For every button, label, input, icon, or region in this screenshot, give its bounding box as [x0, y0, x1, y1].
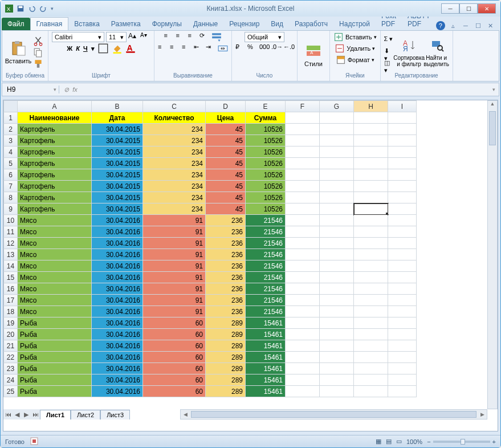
grow-font-icon[interactable]: A▴	[128, 32, 139, 42]
indent-dec-icon[interactable]: ⇤	[194, 43, 204, 54]
cell[interactable]	[354, 158, 388, 169]
cell[interactable]	[354, 352, 388, 363]
cell[interactable]	[320, 238, 354, 249]
cell[interactable]	[320, 306, 354, 317]
cell[interactable]: 30.04.2015	[92, 124, 143, 135]
cell[interactable]	[320, 158, 354, 169]
cell[interactable]	[320, 329, 354, 340]
cell[interactable]: 60	[143, 363, 206, 374]
cell[interactable]: 91	[143, 215, 206, 226]
number-format-combo[interactable]: Общий▾	[245, 32, 284, 42]
cell[interactable]	[286, 374, 320, 386]
border-icon[interactable]	[98, 43, 108, 54]
tab-Главная[interactable]: Главная	[30, 17, 69, 30]
orientation-icon[interactable]: ⟳	[199, 32, 210, 42]
doc-min-icon[interactable]: ─	[461, 21, 470, 30]
qat-dropdown-icon[interactable]: ▾	[51, 6, 54, 11]
row-header-21[interactable]: 21	[4, 340, 18, 352]
styles-button[interactable]: A Стили	[301, 37, 326, 74]
doc-max-icon[interactable]: ☐	[474, 21, 483, 30]
cell[interactable]	[320, 169, 354, 181]
cell[interactable]	[320, 374, 354, 386]
cell[interactable]	[388, 283, 417, 295]
cell[interactable]	[286, 226, 320, 238]
maximize-button[interactable]: ☐	[459, 3, 478, 14]
cell[interactable]	[320, 215, 354, 226]
cell[interactable]: 236	[206, 272, 246, 283]
cell[interactable]	[388, 226, 417, 238]
currency-icon[interactable]: ₽	[235, 43, 246, 54]
cell[interactable]: 21546	[246, 306, 286, 317]
cell[interactable]	[388, 340, 417, 352]
cell[interactable]: Рыба	[18, 363, 92, 374]
row-header-13[interactable]: 13	[4, 249, 18, 260]
cell[interactable]: Рыба	[18, 340, 92, 352]
cell[interactable]: Мясо	[18, 260, 92, 272]
col-header-C[interactable]: C	[143, 101, 206, 112]
cell[interactable]	[286, 363, 320, 374]
cell[interactable]	[286, 306, 320, 317]
tab-nav-last-icon[interactable]: ⏭	[31, 411, 40, 418]
cell[interactable]: 45	[206, 158, 246, 169]
cell[interactable]	[286, 329, 320, 340]
cell[interactable]: 60	[143, 374, 206, 386]
cell[interactable]	[320, 249, 354, 260]
cell[interactable]: 91	[143, 272, 206, 283]
cell[interactable]	[354, 363, 388, 374]
align-top-icon[interactable]: ≡	[164, 32, 174, 42]
cell[interactable]: 10526	[246, 203, 286, 215]
name-box[interactable]: H9▾	[2, 85, 59, 93]
cell[interactable]: 45	[206, 146, 246, 158]
col-header-D[interactable]: D	[206, 101, 246, 112]
cell[interactable]: 234	[143, 158, 206, 169]
cell[interactable]	[354, 272, 388, 283]
cell[interactable]: 10526	[246, 146, 286, 158]
row-header-16[interactable]: 16	[4, 283, 18, 295]
align-mid-icon[interactable]: ≡	[176, 32, 186, 42]
cell[interactable]: Рыба	[18, 352, 92, 363]
cell[interactable]	[286, 181, 320, 192]
cell[interactable]: 289	[206, 340, 246, 352]
col-header-E[interactable]: E	[246, 101, 286, 112]
cell[interactable]	[320, 317, 354, 329]
cell[interactable]: 30.04.2016	[92, 340, 143, 352]
cell[interactable]: 289	[206, 374, 246, 386]
fx-button[interactable]: ⊘fx	[59, 86, 82, 93]
cell[interactable]: 30.04.2016	[92, 260, 143, 272]
cell[interactable]: 15461	[246, 317, 286, 329]
cell[interactable]	[320, 295, 354, 306]
cell[interactable]	[388, 135, 417, 146]
cell[interactable]: 234	[143, 135, 206, 146]
cell[interactable]: 30.04.2015	[92, 146, 143, 158]
cell[interactable]: 91	[143, 295, 206, 306]
cell[interactable]: 91	[143, 226, 206, 238]
cell[interactable]	[354, 192, 388, 203]
cell[interactable]	[354, 317, 388, 329]
table-header[interactable]: Сумма	[246, 112, 286, 124]
cell[interactable]	[286, 169, 320, 181]
tab-Данные[interactable]: Данные	[188, 18, 223, 30]
zoom-out-button[interactable]: −	[427, 438, 430, 445]
row-header-23[interactable]: 23	[4, 363, 18, 374]
cell[interactable]	[388, 181, 417, 192]
cell[interactable]: 236	[206, 260, 246, 272]
cell[interactable]	[286, 203, 320, 215]
zoom-level[interactable]: 100%	[406, 438, 422, 445]
table-header[interactable]: Цена	[206, 112, 246, 124]
cell[interactable]	[286, 249, 320, 260]
cell[interactable]	[354, 146, 388, 158]
merge-icon[interactable]: ⇔	[218, 43, 228, 54]
cell[interactable]	[388, 192, 417, 203]
zoom-slider[interactable]	[433, 441, 490, 443]
cell[interactable]: Рыба	[18, 329, 92, 340]
shrink-font-icon[interactable]: A▾	[140, 32, 150, 42]
row-header-11[interactable]: 11	[4, 226, 18, 238]
cell[interactable]: 30.04.2016	[92, 295, 143, 306]
cell[interactable]: 15461	[246, 352, 286, 363]
cell[interactable]	[354, 169, 388, 181]
cell[interactable]: Картофель	[18, 181, 92, 192]
cell[interactable]	[388, 146, 417, 158]
cell[interactable]: 45	[206, 124, 246, 135]
cell[interactable]: 21546	[246, 226, 286, 238]
cell[interactable]: 30.04.2015	[92, 169, 143, 181]
